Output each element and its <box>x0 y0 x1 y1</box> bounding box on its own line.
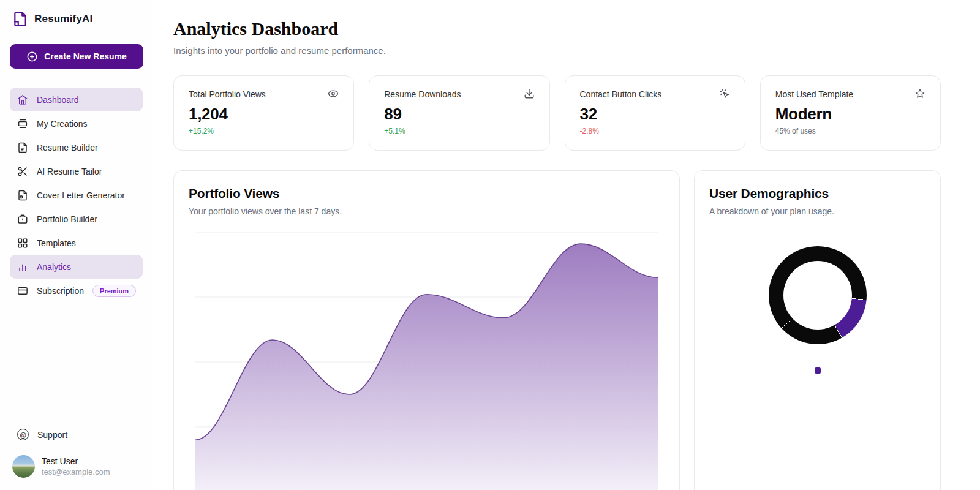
portfolio-views-area-chart[interactable] <box>195 231 658 490</box>
create-new-resume-button[interactable]: Create New Resume <box>10 44 143 69</box>
sidebar-spacer <box>10 303 143 424</box>
premium-badge: Premium <box>92 285 136 297</box>
grid-icon <box>17 238 28 249</box>
stat-value: Modern <box>775 105 925 124</box>
stat-value: 1,204 <box>189 105 339 124</box>
scissors-icon <box>17 166 28 177</box>
user-demographics-card: User Demographics A breakdown of your pl… <box>694 170 941 490</box>
portfolio-views-subtitle: Your portfolio views over the last 7 day… <box>189 205 665 217</box>
sidebar-item-label: Subscription <box>37 286 84 296</box>
user-name: Test User <box>42 456 110 466</box>
stat-card-resume-downloads: Resume Downloads 89 +5.1% <box>369 75 549 151</box>
user-info: Test User test@example.com <box>42 456 110 477</box>
sidebar-item-label: Cover Letter Generator <box>37 190 125 200</box>
stat-title: Most Used Template <box>775 89 853 99</box>
user-demographics-subtitle: A breakdown of your plan usage. <box>709 205 925 217</box>
stat-value: 32 <box>580 105 730 124</box>
stat-title: Resume Downloads <box>384 89 461 99</box>
credit-card-icon <box>17 285 28 296</box>
page-title: Analytics Dashboard <box>173 18 941 39</box>
support-at-icon: @ <box>17 429 29 440</box>
stat-value: 89 <box>384 105 534 124</box>
file-badge-icon <box>17 190 28 201</box>
app-root: ResumifyAI Create New Resume Dashboard M… <box>0 0 980 490</box>
demographics-donut-chart[interactable] <box>769 246 867 344</box>
stat-title: Total Portfolio Views <box>189 89 266 99</box>
sidebar-item-label: Dashboard <box>37 95 79 105</box>
sidebar-item-label: My Creations <box>37 119 87 129</box>
app-logo[interactable]: ResumifyAI <box>10 10 143 28</box>
app-name: ResumifyAI <box>34 13 93 25</box>
sidebar-item-label: Portfolio Builder <box>37 214 97 224</box>
stat-card-most-used-template: Most Used Template Modern 45% of uses <box>760 75 941 151</box>
home-icon <box>17 94 28 105</box>
stat-delta: +5.1% <box>384 127 534 135</box>
sidebar-item-label: Templates <box>37 238 76 248</box>
user-demographics-title: User Demographics <box>709 186 925 202</box>
sidebar-item-cover-letter-generator[interactable]: Cover Letter Generator <box>10 183 143 207</box>
portfolio-views-card: Portfolio Views Your portfolio views ove… <box>173 170 680 490</box>
sidebar-item-label: Analytics <box>37 262 71 272</box>
page-subtitle: Insights into your portfolio and resume … <box>173 45 941 56</box>
legend-marker <box>815 368 821 374</box>
sidebar-item-support[interactable]: @ Support <box>10 424 143 445</box>
file-text-icon <box>17 142 28 153</box>
briefcase-icon <box>17 214 28 225</box>
stat-title: Contact Button Clicks <box>580 89 662 99</box>
sidebar-item-dashboard[interactable]: Dashboard <box>10 88 143 111</box>
donut-chart-area <box>709 217 925 374</box>
sidebar: ResumifyAI Create New Resume Dashboard M… <box>0 0 153 490</box>
avatar <box>12 455 35 478</box>
sidebar-nav: Dashboard My Creations Resume Builder AI… <box>10 88 143 303</box>
stat-delta: +15.2% <box>189 127 339 135</box>
star-icon <box>914 88 925 99</box>
stat-delta: -2.8% <box>580 127 730 135</box>
stack-icon <box>17 118 28 129</box>
sidebar-item-resume-builder[interactable]: Resume Builder <box>10 135 143 159</box>
sidebar-item-label: AI Resume Tailor <box>37 167 102 176</box>
sidebar-item-label: Resume Builder <box>37 143 98 153</box>
stat-card-contact-button-clicks: Contact Button Clicks 32 -2.8% <box>565 75 745 151</box>
eye-icon <box>328 88 339 99</box>
circle-plus-icon <box>26 51 38 62</box>
sidebar-item-ai-resume-tailor[interactable]: AI Resume Tailor <box>10 159 143 183</box>
stat-delta: 45% of uses <box>775 127 925 135</box>
charts-row: Portfolio Views Your portfolio views ove… <box>173 170 941 488</box>
download-icon <box>524 88 535 99</box>
sidebar-item-my-creations[interactable]: My Creations <box>10 111 143 135</box>
sidebar-item-subscription[interactable]: Subscription Premium <box>10 279 143 303</box>
bar-chart-icon <box>17 262 28 273</box>
portfolio-views-title: Portfolio Views <box>189 186 665 202</box>
user-email: test@example.com <box>42 467 110 477</box>
donut-hole <box>783 261 852 330</box>
mouse-pointer-click-icon <box>719 88 730 99</box>
resume-file-logo-icon <box>12 11 28 27</box>
stat-card-total-portfolio-views: Total Portfolio Views 1,204 +15.2% <box>173 75 354 151</box>
stats-row: Total Portfolio Views 1,204 +15.2% Resum… <box>173 75 941 151</box>
area-fill <box>195 244 658 490</box>
area-chart-svg <box>195 231 658 490</box>
user-profile[interactable]: Test User test@example.com <box>10 455 143 478</box>
sidebar-item-analytics[interactable]: Analytics <box>10 255 143 279</box>
support-label: Support <box>37 430 67 440</box>
main-content: Analytics Dashboard Insights into your p… <box>153 0 980 490</box>
sidebar-item-portfolio-builder[interactable]: Portfolio Builder <box>10 207 143 231</box>
sidebar-item-templates[interactable]: Templates <box>10 231 143 255</box>
create-button-label: Create New Resume <box>44 51 127 61</box>
